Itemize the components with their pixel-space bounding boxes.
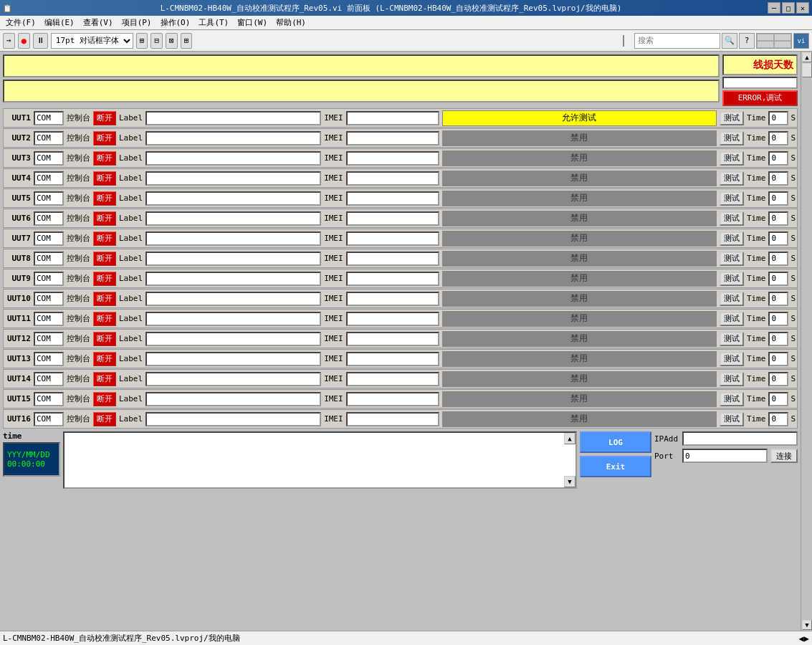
com-input-uut2[interactable] (34, 131, 64, 145)
disconnect-btn-uut10[interactable]: 断开 (93, 292, 116, 306)
com-input-uut4[interactable] (34, 171, 64, 186)
menu-operate[interactable]: 操作(O) (156, 16, 195, 29)
time-input-uut5[interactable] (768, 191, 788, 206)
menu-project[interactable]: 项目(P) (118, 16, 156, 29)
com-input-uut3[interactable] (34, 151, 64, 166)
menu-window[interactable]: 窗口(W) (233, 16, 272, 29)
arrow-button[interactable]: → (3, 33, 15, 49)
search-button[interactable]: 🔍 (722, 33, 737, 49)
scroll-down-button[interactable]: ▼ (564, 476, 575, 487)
time-input-uut1[interactable] (768, 111, 788, 125)
imei-input-uut5[interactable] (346, 191, 439, 206)
label-input-uut5[interactable] (145, 191, 321, 206)
status-btn-uut7[interactable]: 禁用 (442, 231, 717, 247)
disconnect-btn-uut8[interactable]: 断开 (93, 252, 116, 266)
imei-input-uut13[interactable] (346, 352, 439, 366)
record-button[interactable]: ● (18, 33, 30, 49)
com-input-uut12[interactable] (34, 332, 64, 346)
status-btn-uut3[interactable]: 禁用 (442, 150, 717, 166)
label-input-uut2[interactable] (145, 131, 321, 145)
disconnect-btn-uut4[interactable]: 断开 (93, 171, 116, 186)
scrollbar-thumb[interactable] (802, 63, 812, 77)
disconnect-btn-uut16[interactable]: 断开 (93, 412, 116, 426)
test-btn-uut16[interactable]: 测试 (720, 412, 744, 426)
com-input-uut11[interactable] (34, 312, 64, 326)
close-button[interactable]: ✕ (796, 2, 809, 14)
menu-file[interactable]: 文件(F) (1, 16, 40, 29)
time-input-uut10[interactable] (768, 292, 788, 306)
menu-view[interactable]: 查看(V) (79, 16, 118, 29)
test-btn-uut9[interactable]: 测试 (720, 272, 744, 286)
time-input-uut8[interactable] (768, 252, 788, 266)
test-btn-uut15[interactable]: 测试 (720, 392, 744, 406)
test-btn-uut4[interactable]: 测试 (720, 171, 744, 186)
imei-input-uut15[interactable] (346, 392, 439, 406)
com-input-uut14[interactable] (34, 372, 64, 386)
disconnect-btn-uut6[interactable]: 断开 (93, 211, 116, 226)
log-button[interactable]: LOG (580, 431, 651, 453)
imei-input-uut14[interactable] (346, 372, 439, 386)
test-btn-uut13[interactable]: 测试 (720, 352, 744, 366)
time-input-uut11[interactable] (768, 312, 788, 326)
test-btn-uut12[interactable]: 测试 (720, 332, 744, 346)
ipadd-input[interactable] (682, 431, 798, 446)
time-input-uut15[interactable] (768, 392, 788, 406)
label-input-uut1[interactable] (145, 111, 321, 125)
label-input-uut4[interactable] (145, 171, 321, 186)
test-btn-uut1[interactable]: 测试 (720, 111, 744, 125)
status-btn-uut9[interactable]: 禁用 (442, 271, 717, 287)
test-btn-uut2[interactable]: 测试 (720, 131, 744, 145)
test-btn-uut10[interactable]: 测试 (720, 292, 744, 306)
help-button[interactable]: ? (739, 33, 755, 49)
status-btn-uut13[interactable]: 禁用 (442, 351, 717, 367)
maximize-button[interactable]: □ (782, 2, 795, 14)
log-area[interactable]: ▲ ▼ (63, 431, 577, 489)
time-input-uut7[interactable] (768, 231, 788, 246)
minimize-button[interactable]: ─ (768, 2, 780, 14)
menu-tools[interactable]: 工具(T) (194, 16, 233, 29)
test-btn-uut14[interactable]: 测试 (720, 372, 744, 386)
label-input-uut15[interactable] (145, 392, 321, 406)
com-input-uut15[interactable] (34, 392, 64, 406)
imei-input-uut6[interactable] (346, 211, 439, 226)
com-input-uut5[interactable] (34, 191, 64, 206)
status-arrow-right[interactable]: ▶ (804, 634, 809, 644)
status-btn-uut5[interactable]: 禁用 (442, 191, 717, 206)
scroll-up-button[interactable]: ▲ (564, 433, 575, 444)
disconnect-btn-uut11[interactable]: 断开 (93, 312, 116, 326)
font-select[interactable]: 17pt 对话框字体 (51, 33, 133, 49)
label-input-uut7[interactable] (145, 231, 321, 246)
disconnect-btn-uut15[interactable]: 断开 (93, 392, 116, 406)
disconnect-btn-uut1[interactable]: 断开 (93, 111, 116, 125)
imei-input-uut7[interactable] (346, 231, 439, 246)
imei-input-uut8[interactable] (346, 252, 439, 266)
label-input-uut8[interactable] (145, 252, 321, 266)
label-input-uut13[interactable] (145, 352, 321, 366)
vi-icon[interactable]: vi (793, 33, 809, 49)
status-btn-uut14[interactable]: 禁用 (442, 371, 717, 387)
status-btn-uut6[interactable]: 禁用 (442, 211, 717, 226)
time-input-uut6[interactable] (768, 211, 788, 226)
disconnect-btn-uut3[interactable]: 断开 (93, 151, 116, 166)
search-input[interactable] (634, 33, 720, 49)
imei-input-uut9[interactable] (346, 272, 439, 286)
com-input-uut8[interactable] (34, 252, 64, 266)
com-input-uut16[interactable] (34, 412, 64, 426)
status-btn-uut2[interactable]: 禁用 (442, 130, 717, 146)
error-debug-button[interactable]: ERROR,调试 (722, 90, 798, 106)
disconnect-btn-uut12[interactable]: 断开 (93, 332, 116, 346)
test-btn-uut11[interactable]: 测试 (720, 312, 744, 326)
time-input-uut9[interactable] (768, 272, 788, 286)
test-btn-uut8[interactable]: 测试 (720, 252, 744, 266)
time-input-uut12[interactable] (768, 332, 788, 346)
com-input-uut6[interactable] (34, 211, 64, 226)
com-input-uut10[interactable] (34, 292, 64, 306)
align-button[interactable]: ⊞ (136, 33, 148, 49)
status-btn-uut8[interactable]: 禁用 (442, 251, 717, 267)
order-button[interactable]: ⊞ (181, 33, 193, 49)
com-input-uut1[interactable] (34, 111, 64, 125)
status-btn-uut1[interactable]: 允许测试 (442, 110, 717, 126)
label-input-uut6[interactable] (145, 211, 321, 226)
test-btn-uut3[interactable]: 测试 (720, 151, 744, 166)
connect-button[interactable]: 连接 (770, 449, 798, 463)
